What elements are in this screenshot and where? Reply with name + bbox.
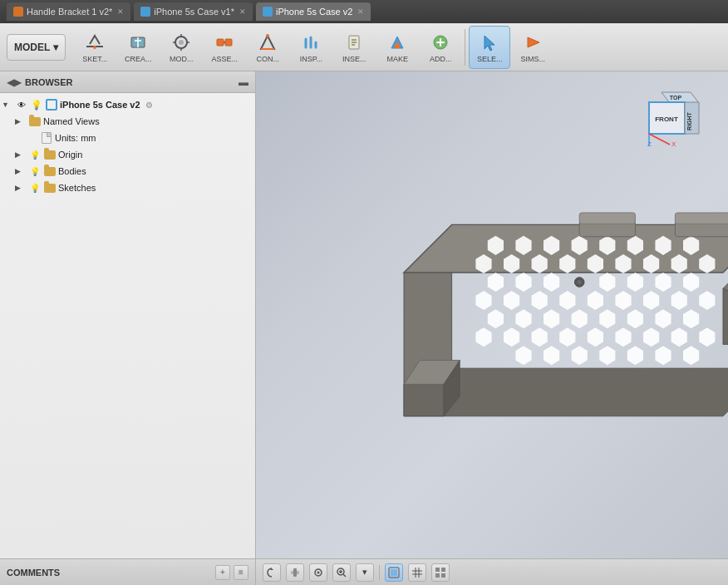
- tree-item-units[interactable]: ▶ Units: mm: [0, 130, 255, 146]
- svg-marker-78: [655, 346, 671, 365]
- svg-rect-93: [391, 569, 397, 576]
- origin-arrow[interactable]: ▶: [15, 150, 27, 159]
- make-label: MAKE: [387, 56, 409, 64]
- tool-inspect[interactable]: INSP...: [290, 26, 332, 69]
- comments-add-btn[interactable]: +: [215, 565, 230, 580]
- svg-marker-50: [559, 291, 575, 310]
- svg-marker-66: [532, 327, 548, 347]
- named-views-folder-icon: [28, 115, 42, 128]
- svg-marker-39: [515, 273, 531, 292]
- svg-marker-59: [572, 309, 588, 328]
- tab-handle-bracket[interactable]: Handle Bracket 1 v2* ✕: [7, 2, 130, 21]
- tool-select[interactable]: SELE...: [469, 26, 510, 69]
- svg-marker-63: [683, 309, 699, 328]
- modify-icon: [170, 31, 193, 54]
- browser-toggle[interactable]: ◀▶: [7, 76, 22, 88]
- tab-close-1[interactable]: ✕: [117, 7, 124, 16]
- root-settings-icon[interactable]: ⚙: [145, 101, 153, 110]
- tool-assemble[interactable]: ASSE...: [204, 26, 245, 69]
- select-label: SELE...: [477, 56, 503, 64]
- grid-button[interactable]: [408, 563, 426, 582]
- display-mode-button[interactable]: [385, 563, 403, 582]
- tree-item-named-views[interactable]: ▶ Named Views: [0, 113, 255, 130]
- root-label: iPhone 5s Case v2: [60, 100, 140, 110]
- tool-construct[interactable]: CON...: [247, 26, 288, 69]
- simulate-label: SIMS...: [521, 56, 546, 64]
- browser-title: BROWSER: [25, 77, 235, 87]
- bodies-label: Bodies: [58, 166, 86, 176]
- tool-add[interactable]: ADD...: [420, 26, 461, 69]
- tab-icon-blue-2: [263, 7, 273, 17]
- svg-marker-67: [559, 327, 575, 347]
- tab-iphone-v1[interactable]: iPhone 5s Case v1* ✕: [134, 2, 253, 21]
- add-icon: [429, 31, 452, 54]
- svg-rect-82: [579, 213, 635, 224]
- origin-folder-icon: [43, 148, 57, 161]
- model-dropdown-button[interactable]: MODEL ▾: [7, 34, 66, 61]
- sketches-bulb-icon[interactable]: 💡: [28, 181, 42, 194]
- orbit-button[interactable]: [263, 563, 281, 582]
- svg-marker-40: [544, 273, 559, 292]
- svg-rect-98: [435, 568, 440, 572]
- svg-marker-68: [588, 327, 603, 347]
- sketches-label: Sketches: [58, 183, 96, 193]
- tab-label-2: iPhone 5s Case v1*: [154, 7, 234, 17]
- tab-close-3[interactable]: ✕: [357, 7, 364, 16]
- create-icon: [126, 31, 150, 54]
- tool-sketch[interactable]: SKET...: [74, 26, 116, 69]
- modify-label: MOD...: [170, 56, 194, 64]
- bodies-arrow[interactable]: ▶: [15, 167, 27, 175]
- tool-modify[interactable]: MOD...: [160, 26, 202, 69]
- tree-item-sketches[interactable]: ▶ 💡 Sketches: [0, 179, 255, 196]
- origin-bulb-icon[interactable]: 💡: [28, 148, 42, 161]
- root-expand-arrow[interactable]: ▼: [2, 101, 13, 109]
- viewport-controls: ▾: [256, 563, 728, 582]
- svg-marker-57: [515, 309, 531, 328]
- root-visibility-icon[interactable]: 👁: [15, 98, 28, 111]
- create-label: CREA...: [125, 56, 152, 64]
- tab-label-3: iPhone 5s Case v2: [276, 7, 352, 17]
- bodies-bulb-icon[interactable]: 💡: [28, 165, 42, 178]
- tab-close-2[interactable]: ✕: [239, 7, 246, 16]
- svg-marker-64: [475, 327, 491, 347]
- sketch-icon: [83, 31, 106, 54]
- svg-marker-44: [627, 273, 643, 292]
- tree-root-item[interactable]: ▼ 👁 💡 iPhone 5s Case v2 ⚙: [0, 96, 255, 113]
- svg-marker-53: [643, 291, 659, 310]
- svg-marker-62: [655, 309, 671, 328]
- tool-insert[interactable]: INSE...: [333, 26, 375, 69]
- browser-collapse-btn[interactable]: ▬: [239, 76, 248, 88]
- tool-make[interactable]: MAKE: [376, 26, 418, 69]
- svg-marker-47: [475, 291, 491, 310]
- tree-item-origin[interactable]: ▶ 💡 Origin: [0, 146, 255, 163]
- inspect-icon: [299, 31, 322, 54]
- layout-button[interactable]: [431, 563, 450, 582]
- add-label: ADD...: [430, 56, 452, 64]
- named-views-arrow[interactable]: ▶: [15, 117, 27, 125]
- bodies-folder-icon: [43, 165, 57, 178]
- tool-create[interactable]: CREA...: [117, 26, 159, 69]
- viewport[interactable]: TOP FRONT RIGHT Z X: [256, 71, 728, 558]
- svg-rect-6: [225, 39, 232, 46]
- toolbar: MODEL ▾ SKET... CREA... MOD... ASSE... C…: [0, 23, 728, 71]
- tool-simulate[interactable]: SIMS...: [512, 26, 553, 69]
- sketches-arrow[interactable]: ▶: [15, 184, 27, 192]
- svg-marker-74: [544, 346, 559, 365]
- pan-button[interactable]: [286, 563, 304, 582]
- fit-button[interactable]: ▾: [356, 563, 374, 582]
- browser-tree: ▼ 👁 💡 iPhone 5s Case v2 ⚙ ▶ Na: [0, 93, 255, 199]
- comments-settings-btn[interactable]: ≡: [234, 565, 248, 580]
- svg-point-7: [266, 34, 269, 37]
- model-label: MODEL: [14, 42, 50, 53]
- svg-marker-73: [515, 346, 531, 365]
- tab-iphone-v2[interactable]: iPhone 5s Case v2 ✕: [256, 2, 371, 21]
- svg-point-1: [93, 46, 96, 49]
- tree-item-bodies[interactable]: ▶ 💡 Bodies: [0, 163, 255, 179]
- svg-marker-46: [683, 273, 699, 292]
- look-button[interactable]: [309, 563, 327, 582]
- root-bulb-icon[interactable]: 💡: [30, 98, 43, 111]
- zoom-button[interactable]: [332, 563, 351, 582]
- inspect-label: INSP...: [300, 56, 322, 64]
- bottom-bar: COMMENTS + ≡ ▾: [0, 558, 728, 585]
- insert-icon: [342, 31, 366, 54]
